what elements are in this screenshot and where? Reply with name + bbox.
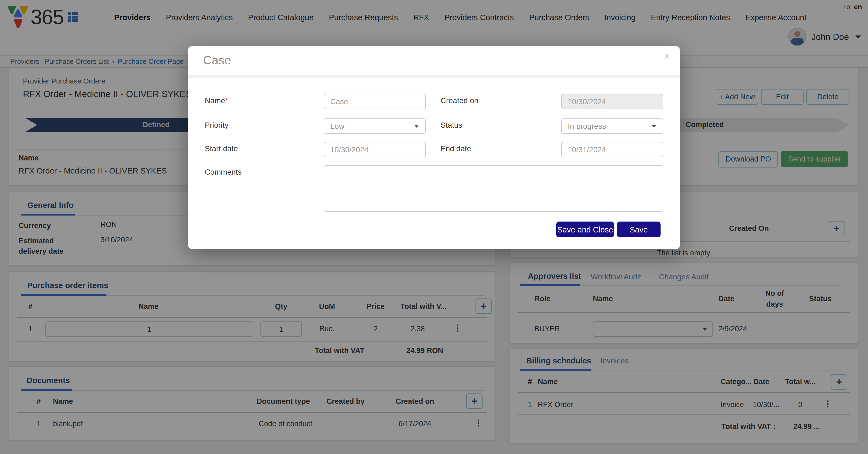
save-button[interactable]: Save — [617, 222, 660, 237]
field-start-date-label: Start date — [205, 144, 238, 153]
case-dialog: Case ✕ Name* Created on Priority Low Sta… — [188, 46, 680, 249]
dialog-title: Case — [203, 53, 231, 67]
field-created-on-label: Created on — [440, 96, 478, 104]
field-name-input[interactable] — [324, 94, 426, 109]
field-created-on-input — [561, 94, 663, 109]
field-priority-select[interactable]: Low — [324, 118, 426, 133]
dialog-close-button[interactable]: ✕ — [663, 51, 671, 62]
field-comments-label: Comments — [205, 167, 242, 176]
field-end-date-label: End date — [440, 144, 471, 153]
save-and-close-button[interactable]: Save and Close — [556, 222, 614, 237]
field-priority-label: Priority — [205, 120, 228, 129]
field-start-date-input[interactable] — [324, 141, 426, 157]
field-comments-textarea[interactable] — [324, 165, 663, 212]
field-status-label: Status — [440, 120, 462, 129]
field-name-label: Name* — [205, 96, 228, 104]
field-end-date-input[interactable] — [561, 141, 663, 157]
field-status-select[interactable]: In progress — [561, 118, 663, 133]
